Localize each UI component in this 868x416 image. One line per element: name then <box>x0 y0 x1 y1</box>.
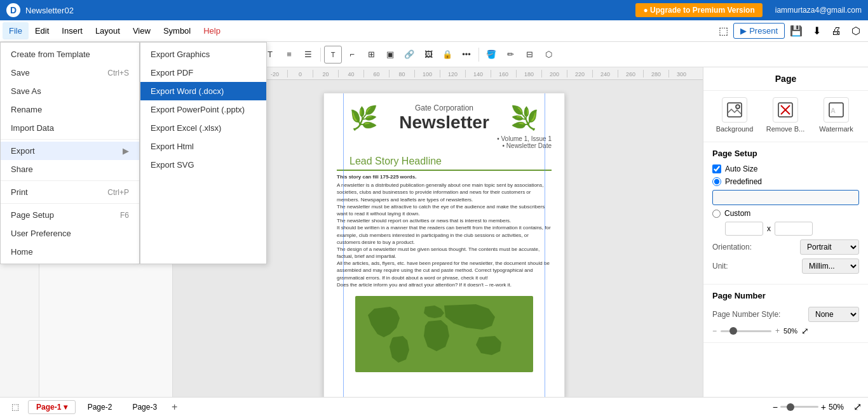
image-button[interactable]: 🖼 <box>419 46 437 64</box>
export-pdf-item[interactable]: Export PDF <box>140 64 266 82</box>
fit-screen-icon[interactable]: ⤢ <box>801 326 809 336</box>
toolbar-separator-5 <box>478 48 479 62</box>
menu-export[interactable]: Export ▶ <box>1 142 139 160</box>
more-button[interactable]: ••• <box>458 46 475 64</box>
menu-import[interactable]: Import Data <box>1 119 139 137</box>
zoom-slider[interactable] <box>721 330 771 332</box>
predefined-radio[interactable] <box>712 177 721 186</box>
menu-page-setup[interactable]: Page Setup F6 <box>1 206 139 224</box>
world-map <box>355 296 533 372</box>
paint-bucket-button[interactable]: 🪣 <box>482 46 500 64</box>
line-spacing-button[interactable]: ☰ <box>299 46 317 64</box>
remove-background-button[interactable]: Remove B... <box>763 97 808 133</box>
svg-rect-48 <box>728 103 742 117</box>
menu-file[interactable]: File <box>3 22 29 39</box>
remove-bg-icon-box <box>773 97 798 123</box>
menu-save-as[interactable]: Save As <box>1 82 139 100</box>
watermark-button[interactable]: A Watermark <box>814 97 858 133</box>
watermark-label: Watermark <box>819 125 853 133</box>
height-input[interactable]: 297 <box>775 222 813 236</box>
print-icon[interactable]: 🖨 <box>826 23 846 39</box>
export-pptx-item[interactable]: Export PowerPoint (.pptx) <box>140 100 266 119</box>
export-graphics-item[interactable]: Export Graphics <box>140 45 266 64</box>
menu-home[interactable]: Home <box>1 243 139 261</box>
text-box-button[interactable]: T <box>324 46 342 64</box>
auto-size-checkbox[interactable] <box>712 164 721 173</box>
file-menu-sep-2 <box>1 180 139 181</box>
lock-button[interactable]: 🔒 <box>438 46 456 64</box>
auto-size-label: Auto Size <box>725 164 757 173</box>
orientation-row: Orientation: Portrait Landscape <box>712 239 859 255</box>
page-tab-3[interactable]: Page-3 <box>124 400 165 414</box>
menu-print[interactable]: Print Ctrl+P <box>1 183 139 201</box>
custom-row: Custom <box>712 209 859 218</box>
orientation-select[interactable]: Portrait Landscape <box>800 239 859 255</box>
align-left-button[interactable]: ≡ <box>280 46 298 64</box>
doc-title: Newsletter <box>399 112 489 133</box>
export-word-item[interactable]: Export Word (.docx) <box>140 82 266 100</box>
link-button[interactable]: 🔗 <box>400 46 418 64</box>
orientation-label: Orientation: <box>712 243 752 252</box>
menu-save[interactable]: Save Ctrl+S <box>1 64 139 82</box>
menu-rename[interactable]: Rename <box>1 100 139 119</box>
screen-icon[interactable]: ⬚ <box>714 22 733 39</box>
table-button[interactable]: ⊞ <box>362 46 380 64</box>
export-svg-item[interactable]: Export SVG <box>140 156 266 174</box>
menu-symbol[interactable]: Symbol <box>157 22 197 39</box>
doc-header: 🌿 Gate Corporation Newsletter 🌿 <box>324 93 564 135</box>
export-submenu: Export Graphics Export PDF Export Word (… <box>140 42 267 264</box>
file-menu: Create from Template Save Ctrl+S Save As… <box>0 42 140 264</box>
panel-title: Page <box>703 67 868 91</box>
share-icon[interactable]: ⬡ <box>846 22 865 39</box>
print-label: Print <box>11 187 28 197</box>
page-tab-1[interactable]: Page-1 ▾ <box>28 400 76 414</box>
page-icon-button[interactable]: ⬚ <box>6 398 24 416</box>
menu-layout[interactable]: Layout <box>89 22 126 39</box>
width-input[interactable]: 210 <box>725 222 763 236</box>
export-xlsx-item[interactable]: Export Excel (.xlsx) <box>140 119 266 137</box>
zoom-out-button[interactable]: − <box>773 402 778 412</box>
menu-user-pref[interactable]: User Preference <box>1 224 139 243</box>
zoom-value: 50% <box>829 403 851 412</box>
app-icon: D <box>6 3 20 17</box>
right-panel: Page Background <box>703 67 868 397</box>
menu-edit[interactable]: Edit <box>29 22 55 39</box>
zoom-range-input[interactable] <box>780 406 818 408</box>
save-as-label: Save As <box>11 86 41 96</box>
menu-insert[interactable]: Insert <box>55 22 89 39</box>
add-page-button[interactable]: + <box>169 401 180 413</box>
menu-create-template[interactable]: Create from Template <box>1 45 139 64</box>
page-setup-label: Page Setup <box>11 210 54 220</box>
page-setup-section: Page Setup Auto Size Predefined A4 sheet… <box>703 142 868 285</box>
frame-button[interactable]: ▣ <box>381 46 399 64</box>
shape-button[interactable]: ⌐ <box>343 46 361 64</box>
zoom-plus-icon: + <box>775 326 780 335</box>
pen-button[interactable]: ✏ <box>501 46 519 64</box>
border-button[interactable]: ⊟ <box>520 46 538 64</box>
predefined-row: Predefined <box>712 177 859 186</box>
home-label: Home <box>11 247 33 257</box>
export-html-item[interactable]: Export Html <box>140 137 266 156</box>
menu-share[interactable]: Share <box>1 160 139 178</box>
zoom-in-button[interactable]: + <box>821 402 826 412</box>
polygon-button[interactable]: ⬡ <box>539 46 557 64</box>
menu-view[interactable]: View <box>126 22 157 39</box>
present-button[interactable]: ▶ Present <box>733 23 785 39</box>
custom-radio[interactable] <box>712 210 721 218</box>
fit-page-button[interactable]: ⤢ <box>853 401 862 413</box>
pn-style-select[interactable]: None 1, 2, 3 i, ii, iii <box>808 307 859 322</box>
unit-select[interactable]: Millim... Inches Pixels <box>802 258 859 274</box>
download-icon[interactable]: ⬇ <box>808 22 826 39</box>
page-tab-2[interactable]: Page-2 <box>79 400 121 414</box>
app-icon-letter: D <box>10 5 17 15</box>
background-label: Background <box>716 125 754 133</box>
pn-style-label: Page Number Style: <box>712 310 780 319</box>
svg-point-49 <box>736 105 740 109</box>
background-button[interactable]: Background <box>712 97 757 133</box>
predefined-label: Predefined <box>725 177 762 186</box>
menu-help[interactable]: Help <box>197 22 227 39</box>
document-page: 🌿 Gate Corporation Newsletter 🌿 • Volume… <box>323 93 565 397</box>
save-icon[interactable]: 💾 <box>785 22 808 39</box>
upgrade-button[interactable]: Upgrade to Premium Version <box>635 3 762 17</box>
predefined-value[interactable]: A4 sheet, 210mm x 297 mm <box>712 190 859 205</box>
